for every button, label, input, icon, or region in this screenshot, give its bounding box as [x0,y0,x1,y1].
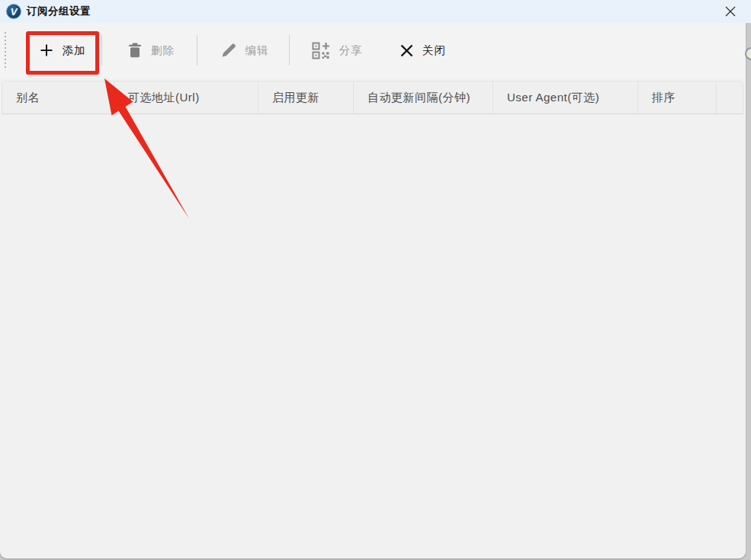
edge-partial-circle-icon [745,47,751,60]
trash-icon [128,43,142,58]
x-icon [400,44,413,57]
table-header-row: 别名 可选地址(Url) 启用更新 自动更新间隔(分钟) User Agent(… [2,81,743,114]
table-body-empty[interactable] [0,114,746,537]
column-header-user-agent[interactable]: User Agent(可选) [493,82,638,114]
toolbar-separator [289,35,290,66]
add-button-label: 添加 [63,43,86,58]
share-button-label: 分享 [339,43,363,58]
toolbar-grip-handle[interactable] [5,32,6,70]
share-button[interactable]: 分享 [302,30,372,70]
plus-icon [40,43,53,57]
titlebar: V 订阅分组设置 [0,0,751,23]
app-window: { "window": { "title": "订阅分组设置" }, "tool… [0,0,751,560]
v2rayn-logo-icon: V [6,4,21,19]
dialog-panel: 添加 删除 编辑 [0,23,746,558]
window-close-x-icon [725,6,736,17]
close-button-label: 关闭 [422,43,446,58]
delete-button[interactable]: 删除 [115,30,188,70]
column-header-sort[interactable]: 排序 [638,82,717,114]
edit-button[interactable]: 编辑 [210,30,279,70]
add-button[interactable]: 添加 [26,30,99,70]
close-button[interactable]: 关闭 [390,30,457,70]
pencil-icon [221,43,236,58]
delete-button-label: 删除 [151,43,175,58]
toolbar: 添加 删除 编辑 [0,23,746,78]
qr-code-plus-icon [312,42,330,59]
window-title: 订阅分组设置 [27,5,91,18]
column-header-url[interactable]: 可选地址(Url) [114,82,258,114]
toolbar-separator [197,35,197,66]
column-header-update-interval[interactable]: 自动更新间隔(分钟) [354,82,493,114]
column-header-empty [717,82,743,114]
column-header-enable-update[interactable]: 启用更新 [258,82,354,114]
window-close-button[interactable] [719,2,742,21]
column-header-alias[interactable]: 别名 [2,82,114,114]
toolbar-separator [101,35,102,66]
edit-button-label: 编辑 [246,43,269,58]
